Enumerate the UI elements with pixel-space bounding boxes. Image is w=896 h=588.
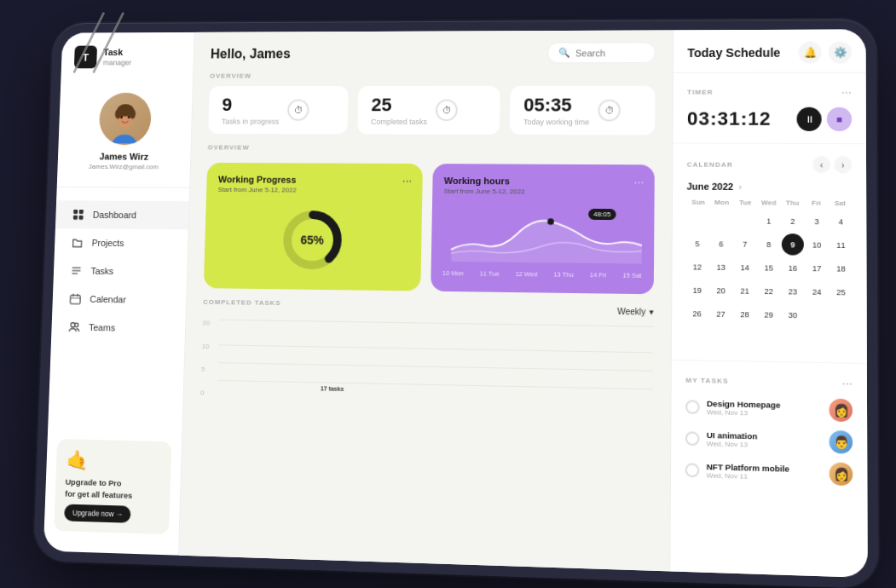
cal-day-17[interactable]: 15 xyxy=(757,257,779,279)
stat-icon-completed: ⏱ xyxy=(435,100,457,122)
cal-day-30[interactable]: 28 xyxy=(733,303,755,326)
task-check-3[interactable] xyxy=(685,463,699,477)
cal-day-4[interactable]: 2 xyxy=(781,210,803,233)
cal-day-7[interactable]: 5 xyxy=(686,233,708,255)
cal-day-21[interactable]: 19 xyxy=(685,280,708,302)
calendar-next-button[interactable]: › xyxy=(834,156,852,173)
wp-more-icon[interactable]: ··· xyxy=(402,174,412,187)
timer-stop-button[interactable]: ■ xyxy=(826,107,851,131)
task-item-3: NFT Platform mobile Wed, Nov 11 👩 xyxy=(685,458,853,486)
wave-peak-label: 48:05 xyxy=(588,209,616,220)
timer-pause-button[interactable]: ⏸ xyxy=(796,107,821,131)
cal-day-3[interactable]: 1 xyxy=(757,210,779,232)
cal-day-6[interactable]: 4 xyxy=(830,210,852,233)
sidebar-item-projects[interactable]: Projects xyxy=(54,228,188,258)
cal-day-19[interactable]: 17 xyxy=(806,257,828,280)
timer-more-icon[interactable]: ··· xyxy=(841,85,851,99)
bar-chart: 17 tasks xyxy=(217,320,653,406)
cal-day-10[interactable]: 8 xyxy=(757,233,779,256)
y-label-0: 0 xyxy=(200,389,216,396)
cal-day-29[interactable]: 27 xyxy=(709,303,731,325)
tasks-icon xyxy=(69,264,83,278)
timer-controls: ⏸ ■ xyxy=(796,107,852,131)
cal-day-25[interactable]: 23 xyxy=(781,280,803,303)
cal-day-0 xyxy=(686,210,708,231)
wp-subtitle: Start from June 5-12, 2022 xyxy=(217,186,410,194)
cal-header-sun: Sun xyxy=(686,199,709,206)
overview-section: OVERVIEW 9 Tasks in progress ⏱ 25 xyxy=(191,72,672,146)
upgrade-text: Upgrade to Profor get all features xyxy=(65,476,133,501)
tasks-filter[interactable]: Weekly ▾ xyxy=(616,307,653,317)
cal-day-28[interactable]: 26 xyxy=(685,303,708,325)
task-check-1[interactable] xyxy=(685,400,700,414)
search-bar[interactable]: 🔍 xyxy=(546,42,655,63)
svg-rect-11 xyxy=(78,210,83,214)
cal-day-5[interactable]: 3 xyxy=(805,210,827,233)
svg-rect-10 xyxy=(73,210,78,214)
cal-day-11[interactable]: 9 xyxy=(781,233,803,256)
cal-day-32[interactable]: 30 xyxy=(781,304,803,326)
task-info-3: NFT Platform mobile Wed, Nov 11 xyxy=(706,462,822,482)
cal-day-9[interactable]: 7 xyxy=(733,233,755,255)
cal-day-34 xyxy=(830,304,852,326)
stat-number-tasks: 9 xyxy=(222,95,280,116)
settings-icon[interactable]: ⚙️ xyxy=(828,42,851,64)
projects-icon xyxy=(70,236,84,250)
cal-header-tue: Tue xyxy=(733,199,757,206)
stat-label-tasks: Tasks in progress xyxy=(221,118,279,126)
svg-rect-12 xyxy=(72,216,77,220)
cal-header-wed: Wed xyxy=(756,199,780,206)
cal-day-headers: Sun Mon Tue Wed Thu Fri Sat xyxy=(686,199,852,208)
cal-day-8[interactable]: 6 xyxy=(709,233,731,255)
wh-more-icon[interactable]: ··· xyxy=(633,175,644,188)
cal-day-12[interactable]: 10 xyxy=(806,233,828,256)
calendar-prev-button[interactable]: ‹ xyxy=(812,156,830,173)
cal-header-sat: Sat xyxy=(828,199,852,207)
cal-day-26[interactable]: 24 xyxy=(806,280,828,303)
sidebar-item-calendar[interactable]: Calendar xyxy=(52,285,186,314)
cal-day-31[interactable]: 29 xyxy=(757,303,779,326)
tasks-more-icon[interactable]: ··· xyxy=(841,376,852,390)
cal-day-27[interactable]: 25 xyxy=(830,281,852,303)
cal-day-13[interactable]: 11 xyxy=(830,234,852,257)
user-profile: James Wirz James.Wirz@gmail.com xyxy=(56,84,192,188)
bar-annotation: 17 tasks xyxy=(320,385,343,392)
wave-day-3: 13 Thu xyxy=(553,271,574,279)
sidebar-item-tasks[interactable]: Tasks xyxy=(53,257,187,286)
stats-row: 9 Tasks in progress ⏱ 25 Completed tasks… xyxy=(208,86,655,135)
task-avatar-face-3: 👩 xyxy=(829,462,853,486)
working-hours-card: Working hours Start from June 5-12, 2022… xyxy=(430,164,654,294)
stat-tasks-progress: 9 Tasks in progress ⏱ xyxy=(208,86,349,134)
cal-day-14[interactable]: 12 xyxy=(685,256,708,278)
wp-title: Working Progress xyxy=(217,175,410,186)
logo-icon: T xyxy=(73,46,96,69)
notification-icon[interactable]: 🔔 xyxy=(798,42,821,64)
calendar-month-row: June 2022 › xyxy=(686,182,852,193)
cal-day-24[interactable]: 22 xyxy=(757,280,779,303)
timer-display: 03:31:12 ⏸ ■ xyxy=(686,107,851,131)
tasks-label: COMPLETED TASKS xyxy=(203,298,280,307)
search-input[interactable] xyxy=(575,48,644,58)
task-avatar-3: 👩 xyxy=(829,462,853,486)
calendar-header: CALENDAR ‹ › xyxy=(686,156,852,174)
upgrade-button[interactable]: Upgrade now → xyxy=(64,504,131,522)
wave-days: 10 Mon 11 Tue 12 Wed 13 Thu 14 Fri 15 Sa… xyxy=(442,269,641,280)
donut-label: 65% xyxy=(300,233,324,247)
cal-day-15[interactable]: 13 xyxy=(709,257,731,279)
cal-day-20[interactable]: 18 xyxy=(830,257,852,280)
calendar-icon xyxy=(68,292,82,306)
cal-day-16[interactable]: 14 xyxy=(733,257,755,279)
sidebar-item-teams[interactable]: Teams xyxy=(50,313,185,343)
cal-day-18[interactable]: 16 xyxy=(781,257,803,279)
cal-day-23[interactable]: 21 xyxy=(733,280,755,302)
cal-day-22[interactable]: 20 xyxy=(709,280,731,302)
task-check-2[interactable] xyxy=(685,431,699,446)
sidebar-item-dashboard[interactable]: Dashboard xyxy=(55,200,188,229)
task-date-1: Wed, Nov 13 xyxy=(706,408,821,418)
logo-area: T Task manager xyxy=(61,45,194,84)
main-content: Hello, James 🔍 OVERVIEW 9 Tasks in progr… xyxy=(178,30,672,571)
my-tasks-section: MY TASKS ··· Design Homepage Wed, Nov 13… xyxy=(670,360,867,508)
timer-section: TIMER ··· 03:31:12 ⏸ ■ xyxy=(673,73,865,145)
calendar-section: CALENDAR ‹ › June 2022 › Sun Mon xyxy=(671,143,866,364)
cal-days-grid: 1234567891011121314151617181920212223242… xyxy=(685,210,852,350)
